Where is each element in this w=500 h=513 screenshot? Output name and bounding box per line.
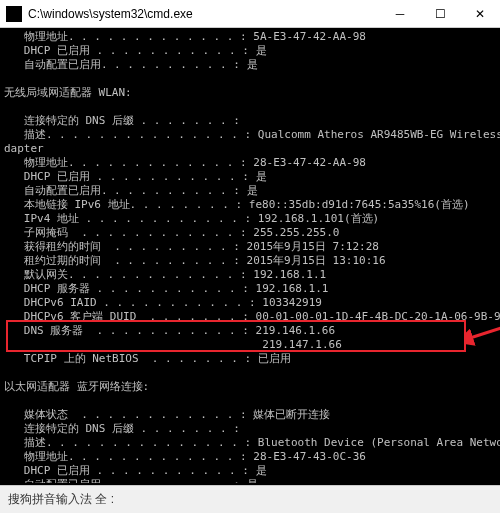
line-label: DHCP 已启用: [4, 170, 97, 184]
line-label: 获得租约的时间: [4, 240, 114, 254]
line-label: DHCPv6 客户端 DUID: [4, 310, 150, 324]
minimize-button[interactable]: ─: [380, 0, 420, 28]
line-dots: . . . . . . . . . . . :: [97, 44, 249, 58]
line-label: 媒体状态: [4, 408, 81, 422]
line-value: 192.168.1.1: [249, 282, 328, 296]
terminal-line: DNS 服务器 . . . . . . . . . . . : 219.146.…: [4, 324, 496, 338]
line-value: Qualcomm Atheros AR9485WB-EG Wireless Ne…: [251, 128, 500, 142]
line-label: 自动配置已启用: [4, 478, 101, 483]
line-dots: . . . . . . . . . . . . . :: [68, 30, 247, 44]
line-value: 媒体已断开连接: [247, 408, 331, 422]
line-label: 连接特定的 DNS 后缀: [4, 422, 141, 436]
terminal-line: DHCPv6 IAID . . . . . . . . . . . : 1033…: [4, 296, 496, 310]
line-value: 255.255.255.0: [247, 226, 340, 240]
terminal-line: 自动配置已启用. . . . . . . . . . : 是: [4, 478, 496, 483]
terminal-line: 连接特定的 DNS 后缀 . . . . . . . :: [4, 422, 496, 436]
terminal-line: DHCP 已启用 . . . . . . . . . . . : 是: [4, 464, 496, 478]
terminal-line: 物理地址. . . . . . . . . . . . . : 5A-E3-47…: [4, 30, 496, 44]
line-dots: . . . . . . . :: [152, 352, 251, 366]
line-label: IPv4 地址: [4, 212, 86, 226]
terminal-line: 以太网适配器 蓝牙网络连接:: [4, 380, 496, 394]
line-value: 2015年9月15日 7:12:28: [240, 240, 379, 254]
line-value: 219.147.1.66: [262, 338, 341, 352]
line-label: 本地链接 IPv6 地址: [4, 198, 130, 212]
line-label: DHCP 服务器: [4, 282, 97, 296]
line-dots: . . . . . . . :: [141, 422, 240, 436]
line-dots: . . . . . . . . . . . :: [97, 282, 249, 296]
line-label: 物理地址: [4, 450, 68, 464]
line-dots: . . . . . . . . . . . . . :: [68, 450, 247, 464]
line-label: 自动配置已启用: [4, 184, 101, 198]
line-label: 连接特定的 DNS 后缀: [4, 114, 141, 128]
line-label: DHCP 已启用: [4, 464, 97, 478]
line-label: 默认网关: [4, 268, 68, 282]
terminal-line: 无线局域网适配器 WLAN:: [4, 86, 496, 100]
line-dots: . . . . . . . . . . . . . . . :: [46, 128, 251, 142]
line-dots: . . . . . . . . :: [130, 198, 243, 212]
terminal-line: DHCPv6 客户端 DUID . . . . . . . : 00-01-00…: [4, 310, 496, 324]
line-dots: . . . . . . . . . . . :: [97, 170, 249, 184]
cmd-icon: [6, 6, 22, 22]
line-dots: . . . . . . . :: [150, 310, 249, 324]
line-dots: . . . . . . . . . . . . :: [86, 212, 252, 226]
line-label: 自动配置已启用: [4, 58, 101, 72]
line-dots: . . . . . . . . . . . . :: [81, 226, 247, 240]
terminal-line: 本地链接 IPv6 地址. . . . . . . . : fe80::35db…: [4, 198, 496, 212]
line-value: 是: [249, 44, 267, 58]
line-dots: . . . . . . . . . . :: [101, 478, 240, 483]
line-dots: . . . . . . . :: [141, 114, 240, 128]
line-value: 是: [240, 184, 258, 198]
line-value: 00-01-00-01-1D-4F-4B-DC-20-1A-06-9B-9F-7…: [249, 310, 500, 324]
line-label: TCPIP 上的 NetBIOS: [4, 352, 152, 366]
terminal-output[interactable]: 物理地址. . . . . . . . . . . . . : 5A-E3-47…: [0, 28, 500, 483]
line-label: 物理地址: [4, 30, 68, 44]
line-value: 2015年9月15日 13:10:16: [240, 254, 386, 268]
terminal-line: 自动配置已启用. . . . . . . . . . : 是: [4, 184, 496, 198]
line-dots: . . . . . . . . . . . . . :: [68, 268, 247, 282]
line-value: 219.146.1.66: [249, 324, 335, 338]
terminal-line: dapter: [4, 142, 496, 156]
line-label: DHCPv6 IAID: [4, 296, 103, 310]
close-button[interactable]: ✕: [460, 0, 500, 28]
terminal-line: 自动配置已启用. . . . . . . . . . : 是: [4, 58, 496, 72]
line-value: 28-E3-47-43-0C-36: [247, 450, 366, 464]
terminal-line: IPv4 地址 . . . . . . . . . . . . : 192.16…: [4, 212, 496, 226]
line-label: DHCP 已启用: [4, 44, 97, 58]
line-value: 是: [240, 58, 258, 72]
terminal-line: [4, 100, 496, 114]
line-value: 28-E3-47-42-AA-98: [247, 156, 366, 170]
terminal-line: 默认网关. . . . . . . . . . . . . : 192.168.…: [4, 268, 496, 282]
line-dots: [4, 338, 262, 352]
line-dots: . . . . . . . . . . . :: [97, 464, 249, 478]
line-dots: . . . . . . . . . . . . . :: [68, 156, 247, 170]
terminal-line: DHCP 已启用 . . . . . . . . . . . : 是: [4, 44, 496, 58]
terminal-line: [4, 394, 496, 408]
line-dots: . . . . . . . . . . . . :: [81, 408, 247, 422]
line-value: fe80::35db:d91d:7645:5a35%16(首选): [242, 198, 469, 212]
terminal-line: DHCP 已启用 . . . . . . . . . . . : 是: [4, 170, 496, 184]
maximize-button[interactable]: ☐: [420, 0, 460, 28]
terminal-line: 描述. . . . . . . . . . . . . . . : Blueto…: [4, 436, 496, 450]
terminal-line: [4, 72, 496, 86]
line-label: 租约过期的时间: [4, 254, 114, 268]
terminal-line: 租约过期的时间 . . . . . . . . . : 2015年9月15日 1…: [4, 254, 496, 268]
line-dots: . . . . . . . . . . . :: [103, 296, 255, 310]
terminal-line: 子网掩码 . . . . . . . . . . . . : 255.255.2…: [4, 226, 496, 240]
line-value: 已启用: [251, 352, 291, 366]
line-value: 192.168.1.101(首选): [251, 212, 379, 226]
line-label: 描述: [4, 128, 46, 142]
terminal-line: 连接特定的 DNS 后缀 . . . . . . . :: [4, 114, 496, 128]
line-value: 5A-E3-47-42-AA-98: [247, 30, 366, 44]
line-value: 192.168.1.1: [247, 268, 326, 282]
line-dots: . . . . . . . . . :: [114, 240, 240, 254]
terminal-line: 219.147.1.66: [4, 338, 496, 352]
line-label: 物理地址: [4, 156, 68, 170]
terminal-line: 获得租约的时间 . . . . . . . . . : 2015年9月15日 7…: [4, 240, 496, 254]
line-label: 子网掩码: [4, 226, 81, 240]
line-label: 描述: [4, 436, 46, 450]
line-value: 是: [240, 478, 258, 483]
terminal-line: [4, 366, 496, 380]
line-value: 103342919: [256, 296, 322, 310]
terminal-line: 媒体状态 . . . . . . . . . . . . : 媒体已断开连接: [4, 408, 496, 422]
line-dots: . . . . . . . . . :: [114, 254, 240, 268]
